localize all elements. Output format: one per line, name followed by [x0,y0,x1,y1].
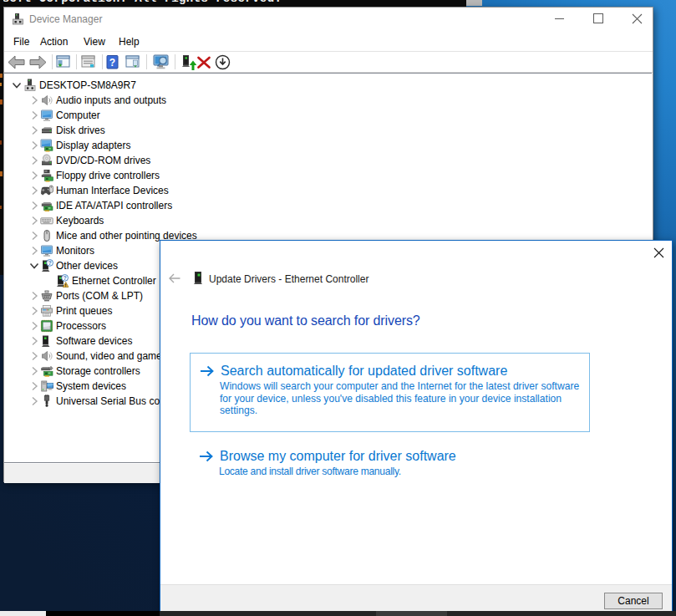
svg-text:?: ? [109,57,115,69]
